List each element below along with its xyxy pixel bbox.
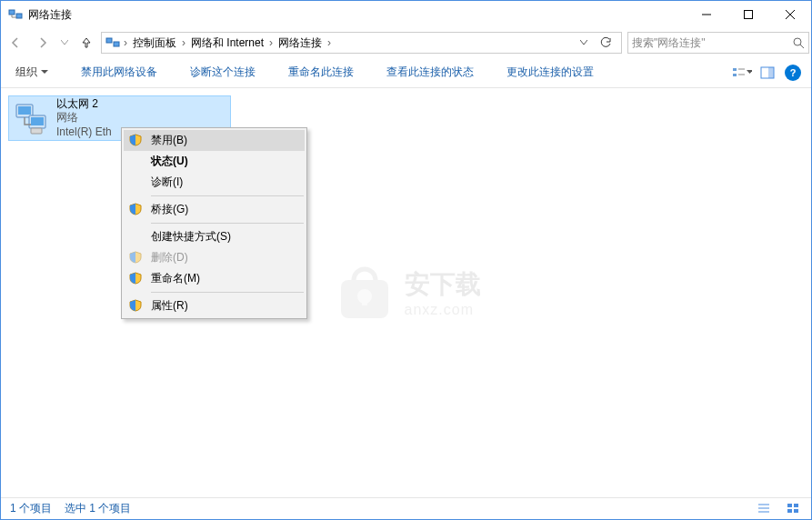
ctx-shortcut[interactable]: 创建快捷方式(S) xyxy=(124,226,305,247)
svg-rect-15 xyxy=(768,67,774,78)
svg-line-9 xyxy=(800,45,804,48)
adapter-info: 以太网 2 网络 Intel(R) Eth xyxy=(56,97,112,140)
chevron-right-icon[interactable]: › xyxy=(327,36,331,49)
svg-rect-1 xyxy=(16,14,22,18)
ctx-bridge[interactable]: 桥接(G) xyxy=(124,199,305,220)
view-status-button[interactable]: 查看此连接的状态 xyxy=(379,61,481,84)
refresh-button[interactable] xyxy=(596,34,616,52)
svg-rect-28 xyxy=(794,504,798,507)
item-count: 1 个项目 xyxy=(10,501,52,516)
minimize-button[interactable] xyxy=(686,1,727,28)
address-row: › 控制面板 › 网络和 Internet › 网络连接 › 搜索"网络连接" xyxy=(1,28,811,57)
separator xyxy=(151,292,304,293)
search-placeholder: 搜索"网络连接" xyxy=(632,35,792,51)
ctx-status[interactable]: 状态(U) xyxy=(124,151,305,172)
address-bar[interactable]: › 控制面板 › 网络和 Internet › 网络连接 › xyxy=(101,32,622,54)
svg-rect-10 xyxy=(733,68,737,71)
svg-point-22 xyxy=(357,289,372,304)
adapter-status: 网络 xyxy=(56,111,112,125)
breadcrumb-1[interactable]: 控制面板 xyxy=(131,35,178,51)
preview-pane-button[interactable] xyxy=(757,62,778,84)
ctx-rename[interactable]: 重命名(M) xyxy=(124,268,305,289)
svg-rect-30 xyxy=(794,509,798,513)
separator xyxy=(151,195,304,196)
svg-rect-17 xyxy=(18,106,31,115)
svg-rect-7 xyxy=(114,42,119,46)
watermark: 安下载 anxz.com xyxy=(332,260,481,325)
change-settings-button[interactable]: 更改此连接的设置 xyxy=(499,61,601,84)
svg-rect-29 xyxy=(787,509,792,513)
shield-icon xyxy=(129,251,144,265)
ctx-delete: 删除(D) xyxy=(124,247,305,268)
search-icon xyxy=(792,36,805,49)
close-button[interactable] xyxy=(769,1,811,28)
view-options-button[interactable] xyxy=(731,62,753,84)
history-dropdown[interactable] xyxy=(57,31,72,55)
location-icon xyxy=(105,35,120,50)
window-controls xyxy=(686,1,811,28)
up-button[interactable] xyxy=(74,31,99,55)
shield-icon xyxy=(129,203,144,217)
svg-rect-0 xyxy=(9,10,15,15)
svg-rect-11 xyxy=(733,74,737,76)
address-dropdown[interactable] xyxy=(574,34,594,52)
diagnose-button[interactable]: 诊断这个连接 xyxy=(183,61,263,84)
adapter-device: Intel(R) Eth xyxy=(56,125,112,140)
adapter-icon xyxy=(13,99,51,137)
chevron-right-icon[interactable]: › xyxy=(269,36,273,49)
svg-rect-20 xyxy=(31,128,42,134)
search-input[interactable]: 搜索"网络连接" xyxy=(627,32,809,54)
svg-rect-27 xyxy=(787,504,792,507)
svg-rect-3 xyxy=(745,11,753,19)
details-view-button[interactable] xyxy=(757,503,773,515)
toolbar: 组织 禁用此网络设备 诊断这个连接 重命名此连接 查看此连接的状态 更改此连接的… xyxy=(1,57,811,88)
separator xyxy=(151,223,304,224)
status-bar: 1 个项目 选中 1 个项目 xyxy=(1,497,811,519)
chevron-right-icon[interactable]: › xyxy=(182,36,185,49)
breadcrumb-2[interactable]: 网络和 Internet xyxy=(189,35,266,51)
svg-rect-23 xyxy=(362,296,367,305)
forward-button[interactable] xyxy=(30,31,55,55)
window-title: 网络连接 xyxy=(28,7,686,23)
svg-rect-6 xyxy=(106,38,112,43)
help-button[interactable]: ? xyxy=(782,62,804,84)
selected-count: 选中 1 个项目 xyxy=(65,501,131,516)
context-menu: 禁用(B) 状态(U) 诊断(I) 桥接(G) 创建快捷方式(S) 删除(D) … xyxy=(121,127,307,319)
chevron-right-icon[interactable]: › xyxy=(124,36,127,49)
breadcrumb-3[interactable]: 网络连接 xyxy=(276,35,324,51)
icons-view-button[interactable] xyxy=(786,503,802,515)
svg-point-8 xyxy=(794,38,801,45)
ctx-diagnose[interactable]: 诊断(I) xyxy=(124,172,305,193)
adapter-name: 以太网 2 xyxy=(56,97,112,112)
app-icon xyxy=(8,7,23,22)
rename-button[interactable]: 重命名此连接 xyxy=(281,61,361,84)
disable-device-button[interactable]: 禁用此网络设备 xyxy=(74,61,165,84)
maximize-button[interactable] xyxy=(727,1,769,28)
titlebar: 网络连接 xyxy=(1,1,811,28)
shield-icon xyxy=(129,272,144,286)
shield-icon xyxy=(129,134,144,148)
svg-rect-19 xyxy=(31,117,44,125)
organize-button[interactable]: 组织 xyxy=(8,61,55,84)
ctx-properties[interactable]: 属性(R) xyxy=(124,295,305,316)
shield-icon xyxy=(129,299,144,314)
back-button[interactable] xyxy=(3,31,28,55)
svg-rect-21 xyxy=(341,280,388,318)
ctx-disable[interactable]: 禁用(B) xyxy=(124,130,305,151)
